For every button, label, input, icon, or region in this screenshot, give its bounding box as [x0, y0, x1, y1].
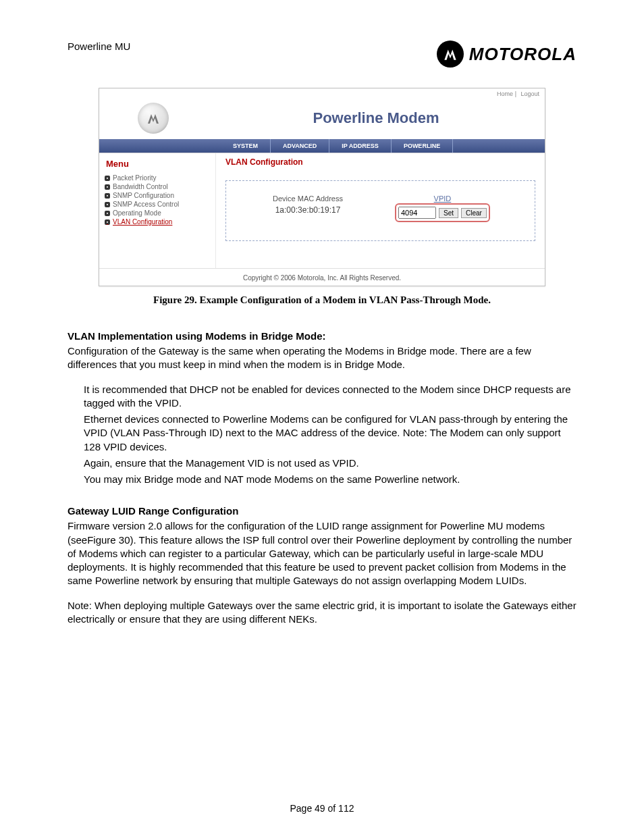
tab-powerline[interactable]: POWERLINE	[392, 139, 454, 153]
body-text: You may mix Bridge mode and NAT mode Mod…	[84, 473, 576, 486]
bullet-icon: ▪	[105, 176, 110, 181]
sidebar-item-label: SNMP Access Control	[113, 201, 179, 208]
screenshot-copyright: Copyright © 2006 Motorola, Inc. All Righ…	[99, 268, 545, 286]
nav-tabs: SYSTEM ADVANCED IP ADDRESS POWERLINE	[99, 139, 545, 153]
banner-title: Powerline Modem	[207, 97, 545, 139]
sidebar-item-packet-priority[interactable]: ▪Packet Priority	[105, 174, 211, 182]
doc-header-title: Powerline MU	[68, 41, 130, 52]
vpid-input[interactable]	[398, 207, 436, 219]
sidebar: Menu ▪Packet Priority ▪Bandwidth Control…	[99, 153, 216, 268]
motorola-logo-icon	[437, 41, 464, 68]
brand-block: MOTOROLA	[437, 41, 576, 68]
tab-system[interactable]: SYSTEM	[221, 139, 271, 153]
logout-link[interactable]: Logout	[520, 90, 539, 97]
sidebar-item-snmp-configuration[interactable]: ▪SNMP Configuration	[105, 192, 211, 199]
vlan-table: Device MAC Address 1a:00:3e:b0:19:17 VPI…	[225, 180, 535, 241]
col-vpid-label[interactable]: VPID	[397, 194, 488, 203]
sidebar-title: Menu	[106, 159, 211, 169]
brand-word: MOTOROLA	[469, 44, 576, 65]
page-number: Page 49 of 112	[0, 803, 644, 814]
sidebar-item-vlan-configuration[interactable]: ▪VLAN Configuration	[105, 218, 211, 226]
col-mac-value: 1a:00:3e:b0:19:17	[273, 205, 343, 215]
vpid-controls: Set Clear	[397, 205, 488, 220]
col-mac-label: Device MAC Address	[273, 194, 343, 203]
clear-button[interactable]: Clear	[461, 208, 487, 218]
heading-luid-range: Gateway LUID Range Configuration	[68, 505, 576, 517]
body-text: Firmware version 2.0 allows for the conf…	[68, 519, 576, 588]
modem-logo-icon	[138, 103, 169, 134]
body-text: Note: When deploying multiple Gateways o…	[68, 599, 576, 627]
body-text: It is recommended that DHCP not be enabl…	[84, 383, 576, 411]
sidebar-item-label: Packet Priority	[113, 174, 156, 182]
sidebar-item-snmp-access-control[interactable]: ▪SNMP Access Control	[105, 201, 211, 208]
bullet-icon: ▪	[105, 211, 110, 216]
sidebar-item-label: SNMP Configuration	[113, 192, 174, 199]
figure-caption: Figure 29. Example Configuration of a Mo…	[68, 294, 576, 306]
sidebar-item-label: Operating Mode	[113, 209, 161, 217]
sidebar-item-label: VLAN Configuration	[113, 218, 172, 226]
tab-advanced[interactable]: ADVANCED	[271, 139, 329, 153]
sidebar-item-operating-mode[interactable]: ▪Operating Mode	[105, 209, 211, 217]
body-text: Again, ensure that the Management VID is…	[84, 457, 576, 470]
body-text: Configuration of the Gateway is the same…	[68, 344, 576, 372]
bullet-icon: ▪	[105, 219, 110, 225]
home-link[interactable]: Home	[497, 90, 513, 97]
sidebar-item-bandwidth-control[interactable]: ▪Bandwidth Control	[105, 183, 211, 190]
sidebar-item-label: Bandwidth Control	[113, 183, 168, 190]
embedded-screenshot: Home | Logout Powerline Modem SYSTEM ADV…	[99, 88, 545, 286]
section-title: VLAN Configuration	[225, 157, 535, 167]
bullet-icon: ▪	[105, 202, 110, 207]
heading-vlan-bridge: VLAN Implementation using Modems in Brid…	[68, 330, 576, 342]
set-button[interactable]: Set	[439, 208, 458, 218]
bullet-icon: ▪	[105, 184, 110, 190]
body-text: Ethernet devices connected to Powerline …	[84, 413, 576, 454]
bullet-icon: ▪	[105, 193, 110, 199]
tab-ip-address[interactable]: IP ADDRESS	[329, 139, 392, 153]
